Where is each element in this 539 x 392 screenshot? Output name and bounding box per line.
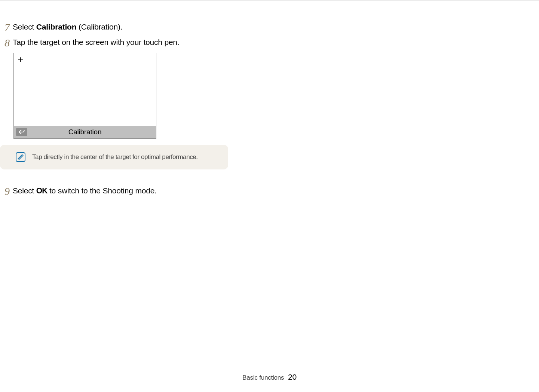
mockup-status-bar: Calibration (14, 126, 156, 138)
ok-icon: OK (36, 186, 48, 195)
step-8-row: 8 Tap the target on the screen with your… (0, 37, 539, 49)
page-footer: Basic functions 20 (0, 373, 539, 382)
step-number: 8 (1, 37, 13, 49)
step-number: 7 (1, 22, 13, 34)
step-7-pre: Select (13, 22, 36, 31)
note-text: Tap directly in the center of the target… (32, 153, 198, 161)
step-number: 9 (1, 186, 13, 197)
step-9-text: Select OK to switch to the Shooting mode… (13, 186, 157, 195)
step-8-text: Tap the target on the screen with your t… (13, 37, 179, 47)
footer-section: Basic functions (242, 374, 284, 381)
page-number: 20 (288, 373, 297, 381)
step-9-post: to switch to the Shooting mode. (47, 186, 156, 195)
note-icon (16, 152, 25, 162)
mockup-title: Calibration (14, 128, 156, 136)
calibration-screen-mockup: + Calibration (13, 53, 156, 139)
note-callout: Tap directly in the center of the target… (0, 145, 228, 169)
calibration-target-icon[interactable]: + (18, 55, 23, 64)
step-9-row: 9 Select OK to switch to the Shooting mo… (0, 186, 539, 197)
step-7-bold: Calibration (36, 22, 76, 31)
page-content: 7 Select Calibration (Calibration). 8 Ta… (0, 0, 539, 197)
manual-page: 7 Select Calibration (Calibration). 8 Ta… (0, 0, 539, 392)
step-7-row: 7 Select Calibration (Calibration). (0, 22, 539, 34)
spacer (0, 169, 539, 186)
step-9-pre: Select (13, 186, 36, 195)
step-7-text: Select Calibration (Calibration). (13, 22, 122, 31)
step-7-post: (Calibration). (76, 22, 122, 31)
